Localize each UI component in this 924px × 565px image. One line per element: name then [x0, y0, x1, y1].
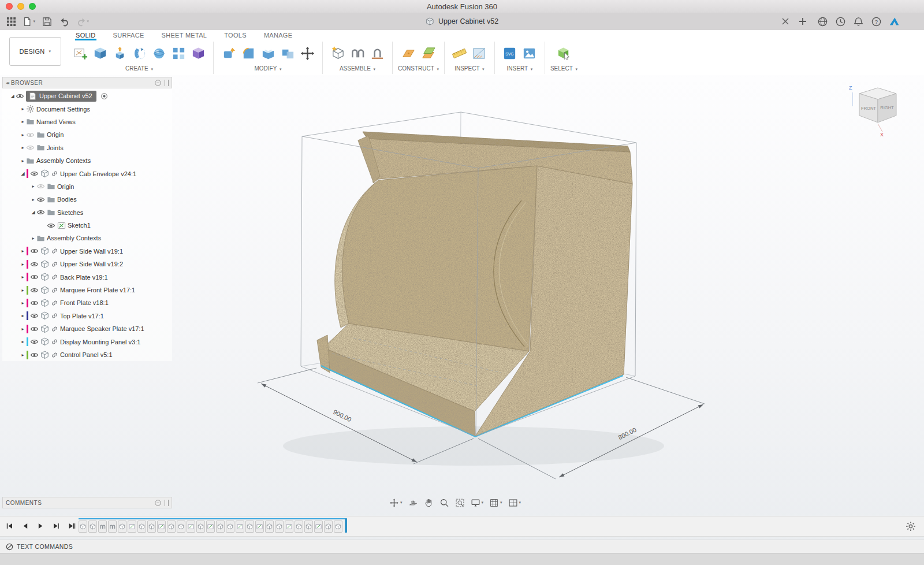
- playback-skip-start-button[interactable]: [3, 520, 15, 531]
- nav-grid-snaps[interactable]: ▾: [487, 497, 504, 509]
- tool-extrude[interactable]: [110, 42, 129, 64]
- tool-combine[interactable]: [278, 42, 297, 64]
- panel-options-icon[interactable]: [154, 499, 162, 507]
- tree-row-control-panel-v5-1[interactable]: ▸Control Panel v5:1: [2, 348, 172, 361]
- timeline-feature-component-21[interactable]: [275, 521, 284, 533]
- timeline-feature-sketch-12[interactable]: [187, 521, 195, 533]
- disclosure-toggle[interactable]: ▸: [20, 145, 26, 150]
- tool-sweep[interactable]: [149, 42, 169, 64]
- tree-row-named-views[interactable]: ▸Named Views: [2, 116, 172, 128]
- disclosure-toggle[interactable]: ▸: [20, 248, 26, 254]
- tree-row-marquee-front-plate-v17-1[interactable]: ▸Marquee Front Plate v17:1: [2, 284, 172, 296]
- tree-row-upper-side-wall-v19-1[interactable]: ▸Upper Side Wall v19:1: [2, 245, 172, 258]
- text-commands-icon[interactable]: [6, 543, 13, 551]
- tree-row-back-plate-v19-1[interactable]: ▸Back Plate v19:1: [2, 270, 172, 283]
- zoom-window-button[interactable]: [29, 3, 36, 10]
- disclosure-toggle[interactable]: ◢: [9, 94, 16, 99]
- disclosure-toggle[interactable]: ▸: [20, 274, 26, 280]
- panel-grip-handle[interactable]: [165, 80, 169, 86]
- timeline-feature-component-2[interactable]: [88, 521, 97, 533]
- timeline-feature-sketch-17[interactable]: [236, 521, 244, 533]
- group-label-inspect[interactable]: INSPECT ▾: [454, 65, 484, 72]
- timeline-feature-sketch-9[interactable]: [157, 521, 166, 533]
- timeline-feature-component-20[interactable]: [265, 521, 274, 533]
- undo-button[interactable]: [58, 15, 71, 28]
- notifications-bell-button[interactable]: [852, 16, 864, 27]
- disclosure-toggle[interactable]: ▸: [20, 339, 26, 344]
- timeline-feature-component-5[interactable]: [118, 521, 126, 533]
- tool-revolve[interactable]: [129, 42, 149, 64]
- tool-midplane[interactable]: [418, 42, 438, 64]
- nav-look-at[interactable]: [407, 497, 420, 509]
- timeline-feature-component-8[interactable]: [147, 521, 156, 533]
- timeline-position-marker[interactable]: [345, 518, 347, 533]
- ribbon-tab-solid[interactable]: SOLID: [75, 31, 96, 40]
- timeline-feature-component-23[interactable]: [295, 521, 303, 533]
- tree-row-origin[interactable]: ▸Origin: [2, 128, 172, 141]
- tool-insert-svg[interactable]: SVG: [500, 42, 520, 64]
- document-tab[interactable]: Upper Cabinet v52: [426, 13, 498, 30]
- tool-create-sketch[interactable]: [70, 42, 90, 64]
- disclosure-toggle[interactable]: ▸: [20, 352, 26, 358]
- nav-pan-hand[interactable]: [422, 497, 435, 509]
- ribbon-tab-tools[interactable]: TOOLS: [223, 31, 247, 40]
- nav-orbit-pan[interactable]: ▾: [388, 497, 404, 509]
- timeline-feature-sketch-14[interactable]: [206, 521, 215, 533]
- tool-select[interactable]: [554, 42, 573, 64]
- group-label-select[interactable]: SELECT ▾: [550, 65, 578, 72]
- timeline-feature-sketch-6[interactable]: [128, 521, 136, 533]
- timeline-feature-component-10[interactable]: [167, 521, 176, 533]
- tree-row-display-mounting-panel-v3-1[interactable]: ▸Display Mounting Panel v3:1: [2, 335, 172, 348]
- playback-play-button[interactable]: [35, 520, 46, 531]
- browser-header[interactable]: ◂◂ BROWSER: [2, 77, 172, 88]
- tree-row-assembly-contexts[interactable]: ▸Assembly Contexts: [2, 154, 172, 167]
- disclosure-toggle[interactable]: ▸: [20, 300, 26, 306]
- tool-new-component[interactable]: [328, 42, 348, 64]
- tree-row-bodies[interactable]: ▸Bodies: [2, 193, 172, 206]
- visibility-eye-icon[interactable]: [30, 247, 39, 255]
- tree-row-upper-cab-envelope-v24-1[interactable]: ◢Upper Cab Envelope v24:1: [2, 167, 172, 180]
- timeline-feature-component-18[interactable]: [245, 521, 254, 533]
- group-label-modify[interactable]: MODIFY ▾: [255, 65, 282, 72]
- workspace-selector[interactable]: DESIGN ▾: [9, 37, 61, 66]
- tree-row-front-plate-v18-1[interactable]: ▸Front Plate v18:1: [2, 296, 172, 309]
- tool-fillet[interactable]: [239, 42, 258, 64]
- timeline-settings-gear-icon[interactable]: [906, 521, 916, 531]
- group-label-assemble[interactable]: ASSEMBLE ▾: [340, 65, 375, 72]
- tool-insert-canvas[interactable]: [520, 42, 539, 64]
- tool-shell[interactable]: [258, 42, 278, 64]
- job-status-clock-button[interactable]: [834, 16, 846, 27]
- visibility-eye-icon[interactable]: [30, 337, 39, 346]
- disclosure-toggle[interactable]: ▸: [30, 197, 36, 202]
- tree-row-joints[interactable]: ▸Joints: [2, 142, 172, 154]
- tree-row-sketches[interactable]: ◢Sketches: [2, 206, 172, 219]
- disclosure-toggle[interactable]: ▸: [20, 313, 26, 318]
- disclosure-toggle[interactable]: ▸: [20, 288, 26, 293]
- disclosure-toggle[interactable]: ▸: [20, 106, 26, 111]
- group-label-insert[interactable]: INSERT ▾: [507, 65, 533, 72]
- visibility-eye-icon[interactable]: [30, 311, 39, 320]
- tree-row-origin[interactable]: ▸Origin: [2, 180, 172, 193]
- save-button[interactable]: [40, 15, 53, 28]
- timeline-feature-component-27[interactable]: [334, 521, 342, 533]
- timeline-feature-component-7[interactable]: [137, 521, 146, 533]
- timeline-feature-component-15[interactable]: [216, 521, 225, 533]
- visibility-eye-icon[interactable]: [36, 182, 45, 191]
- tool-section-analysis[interactable]: [470, 42, 489, 64]
- tool-as-built-joint[interactable]: [367, 42, 387, 64]
- tool-box[interactable]: [90, 42, 110, 64]
- disclosure-toggle[interactable]: ▸: [20, 119, 26, 124]
- group-label-create[interactable]: CREATE ▾: [125, 65, 153, 72]
- minimize-window-button[interactable]: [17, 3, 24, 10]
- tree-row-assembly-contexts[interactable]: ▸Assembly Contexts: [2, 232, 172, 244]
- visibility-eye-icon[interactable]: [36, 195, 45, 204]
- disclosure-toggle[interactable]: ◢: [20, 171, 26, 176]
- collapse-panel-icon[interactable]: ◂◂: [6, 80, 8, 86]
- disclosure-toggle[interactable]: ◢: [30, 210, 36, 215]
- disclosure-toggle[interactable]: ▸: [20, 132, 26, 137]
- ribbon-tab-surface[interactable]: SURFACE: [113, 31, 145, 40]
- timeline-feature-component-1[interactable]: [79, 521, 87, 533]
- nav-zoom[interactable]: [438, 497, 451, 509]
- tree-row-upper-cabinet-v52[interactable]: ◢Upper Cabinet v52: [2, 90, 172, 102]
- help-button[interactable]: ?: [870, 16, 882, 27]
